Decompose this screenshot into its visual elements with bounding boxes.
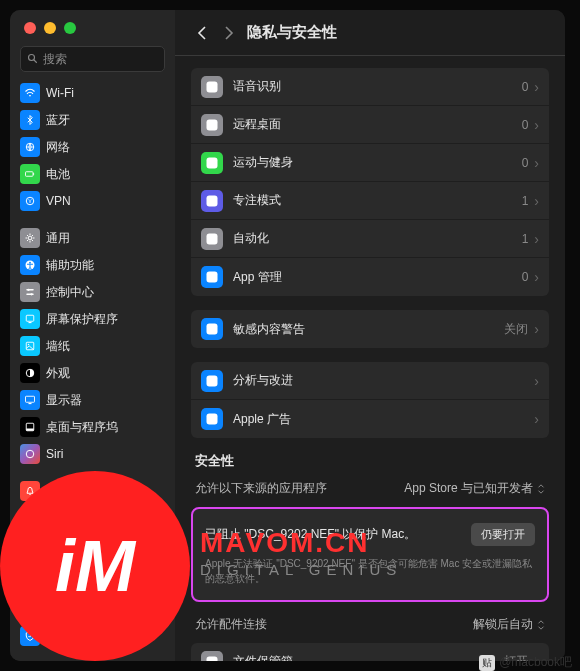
svg-rect-29 — [207, 157, 218, 168]
row-icon — [201, 228, 223, 250]
close-window-button[interactable] — [24, 22, 36, 34]
svg-rect-31 — [207, 233, 218, 244]
wifi-icon — [20, 83, 40, 103]
svg-rect-28 — [207, 119, 218, 130]
battery-icon — [20, 164, 40, 184]
sidebar-item-label: 通用 — [46, 230, 70, 247]
sidebar-item-label: 辅助功能 — [46, 257, 94, 274]
row-value: 1 — [522, 194, 529, 208]
sidebar-item-controls[interactable]: 控制中心 — [16, 279, 169, 305]
svg-point-17 — [28, 344, 30, 346]
window-controls — [10, 22, 175, 46]
security-section-title: 安全性 — [195, 452, 549, 470]
svg-rect-15 — [29, 322, 32, 323]
svg-rect-19 — [26, 396, 35, 402]
accessory-dropdown[interactable]: 解锁后自动 — [473, 616, 545, 633]
sidebar-item-vpn[interactable]: VVPN — [16, 188, 169, 214]
settings-row[interactable]: App 管理0› — [191, 258, 549, 296]
sidebar-item-bluetooth[interactable]: 蓝牙 — [16, 107, 169, 133]
settings-group-sensitive: 敏感内容警告关闭› — [191, 310, 549, 348]
settings-group-analytics: 分析与改进›Apple 广告› — [191, 362, 549, 438]
credit-badge: 贴 @macbook吧 — [479, 654, 572, 671]
settings-row[interactable]: 自动化1› — [191, 220, 549, 258]
sidebar-item-label: 显示器 — [46, 392, 82, 409]
allow-apps-dropdown[interactable]: App Store 与已知开发者 — [404, 480, 545, 497]
sidebar-item-label: 墙纸 — [46, 338, 70, 355]
row-value: 0 — [522, 156, 529, 170]
row-value: 0 — [522, 118, 529, 132]
sidebar-item-display[interactable]: 显示器 — [16, 387, 169, 413]
chevron-right-icon: › — [534, 117, 539, 133]
settings-row[interactable]: 远程桌面0› — [191, 106, 549, 144]
nav-forward-button[interactable] — [219, 23, 239, 43]
sidebar-item-label: 控制中心 — [46, 284, 94, 301]
sidebar-item-wallpaper[interactable]: 墙纸 — [16, 333, 169, 359]
settings-row[interactable]: 运动与健身0› — [191, 144, 549, 182]
row-icon — [201, 370, 223, 392]
settings-group-apps: 语音识别0›远程桌面0›运动与健身0›专注模式1›自动化1›App 管理0› — [191, 68, 549, 296]
sidebar-item-screensaver[interactable]: 屏幕保护程序 — [16, 306, 169, 332]
row-icon — [201, 190, 223, 212]
row-label: 分析与改进 — [233, 372, 534, 389]
maximize-window-button[interactable] — [64, 22, 76, 34]
svg-rect-36 — [207, 656, 218, 661]
settings-row[interactable]: 专注模式1› — [191, 182, 549, 220]
updown-icon — [537, 620, 545, 630]
minimize-window-button[interactable] — [44, 22, 56, 34]
svg-point-0 — [29, 55, 35, 61]
appearance-icon — [20, 363, 40, 383]
watermark-tagline: DIGITAL GENIUS — [200, 561, 402, 578]
dock-icon — [20, 417, 40, 437]
sidebar-item-network[interactable]: 网络 — [16, 134, 169, 160]
svg-rect-30 — [207, 195, 218, 206]
row-label: App 管理 — [233, 269, 522, 286]
sidebar-item-label: 屏幕保护程序 — [46, 311, 118, 328]
sidebar-item-wifi[interactable]: Wi-Fi — [16, 80, 169, 106]
chevron-right-icon: › — [534, 411, 539, 427]
sidebar-item-battery[interactable]: 电池 — [16, 161, 169, 187]
siri-icon — [20, 444, 40, 464]
sidebar-item-gear[interactable]: 通用 — [16, 225, 169, 251]
settings-row[interactable]: 分析与改进› — [191, 362, 549, 400]
chevron-right-icon: › — [534, 155, 539, 171]
sidebar-item-label: 电池 — [46, 166, 70, 183]
svg-point-7 — [28, 236, 32, 240]
open-anyway-button[interactable]: 仍要打开 — [471, 523, 535, 546]
svg-line-1 — [34, 60, 37, 63]
row-value: 1 — [522, 232, 529, 246]
svg-rect-35 — [207, 414, 218, 425]
search-placeholder: 搜索 — [43, 51, 67, 68]
row-label: Apple 广告 — [233, 411, 534, 428]
svg-rect-22 — [26, 429, 34, 431]
row-label: 敏感内容警告 — [233, 321, 504, 338]
svg-rect-14 — [26, 315, 34, 321]
row-icon — [201, 651, 223, 662]
watermark-logo: iM — [0, 471, 190, 661]
sidebar-item-label: 外观 — [46, 365, 70, 382]
sidebar-item-label: 网络 — [46, 139, 70, 156]
sidebar-item-dock[interactable]: 桌面与程序坞 — [16, 414, 169, 440]
accessory-value: 解锁后自动 — [473, 616, 533, 633]
svg-point-13 — [30, 293, 32, 295]
svg-rect-3 — [26, 172, 34, 177]
row-label: 文件保管箱 — [233, 653, 504, 661]
display-icon — [20, 390, 40, 410]
settings-row[interactable]: 语音识别0› — [191, 68, 549, 106]
svg-rect-4 — [33, 173, 34, 175]
credit-text: @macbook吧 — [499, 654, 572, 671]
sidebar-item-accessibility[interactable]: 辅助功能 — [16, 252, 169, 278]
updown-icon — [537, 484, 545, 494]
row-value: 关闭 — [504, 321, 528, 338]
svg-rect-34 — [207, 375, 218, 386]
search-input[interactable]: 搜索 — [20, 46, 165, 72]
allow-apps-label: 允许以下来源的应用程序 — [195, 480, 404, 497]
sidebar-item-appearance[interactable]: 外观 — [16, 360, 169, 386]
network-icon — [20, 137, 40, 157]
settings-row[interactable]: 敏感内容警告关闭› — [191, 310, 549, 348]
chevron-right-icon: › — [534, 321, 539, 337]
sidebar-item-label: 蓝牙 — [46, 112, 70, 129]
watermark-text: MAVOM.CN DIGITAL GENIUS — [200, 527, 402, 578]
sidebar-item-siri[interactable]: Siri — [16, 441, 169, 467]
settings-row[interactable]: Apple 广告› — [191, 400, 549, 438]
nav-back-button[interactable] — [191, 23, 211, 43]
